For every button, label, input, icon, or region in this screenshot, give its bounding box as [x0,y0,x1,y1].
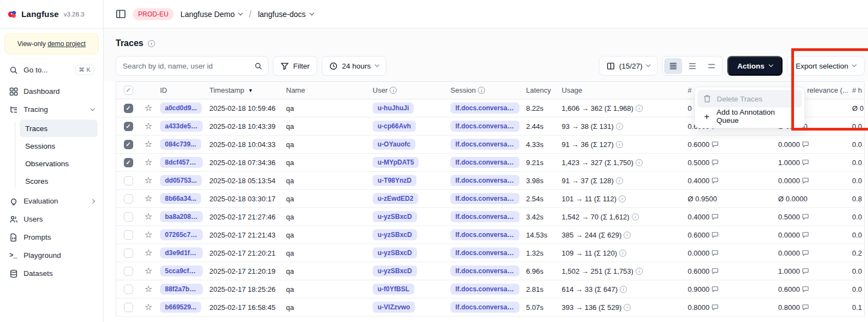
search-icon[interactable] [254,62,262,70]
trace-id-badge[interactable]: a433de51... [160,121,203,132]
sidebar-item-prompts[interactable]: Prompts [5,228,98,246]
user-badge[interactable]: u-f0YfBSL [373,284,414,295]
user-badge[interactable]: u-yzSBxcD [373,265,417,276]
sidebar-item-tracing[interactable]: Tracing [5,100,98,118]
column-header-user[interactable]: User i [369,86,447,94]
trace-id-badge[interactable]: 07265c7a... [160,229,203,240]
bookmark-star-icon[interactable]: ☆ [145,248,152,257]
search-input[interactable] [123,62,254,70]
row-checkbox[interactable]: ✓ [124,248,133,258]
trace-id-badge[interactable]: ba8a208f... [160,211,203,222]
sidebar-item-dashboard[interactable]: Dashboard [5,82,98,100]
user-badge[interactable]: u-MYpDAT5 [373,157,419,168]
column-header-usage[interactable]: Usage [558,86,684,94]
table-row[interactable]: ✓☆8b66a34...2025-02-18 03:30:17qau-zEwdE… [116,190,864,208]
filter-button[interactable]: Filter [273,56,317,76]
trace-id-badge[interactable]: 084c739... [160,139,201,150]
row-height-small-button[interactable] [664,58,682,74]
column-header-timestamp[interactable]: Timestamp ▼ [206,86,283,94]
sidebar-item-goto[interactable]: Go to... ⌘ K [5,61,98,79]
sidebar-item-sessions[interactable]: Sessions [20,137,98,155]
time-range-button[interactable]: 24 hours [322,56,386,76]
session-badge[interactable]: lf.docs.conversation... [450,302,519,313]
column-visibility-button[interactable]: (15/27) [599,56,658,76]
export-selection-button[interactable]: Export selection [787,56,865,76]
user-badge[interactable]: u-zEwdED2 [373,193,418,204]
menu-item-add-to-annotation-queue[interactable]: + Add to Annotation Queue [698,108,802,125]
row-height-medium-button[interactable] [683,58,701,74]
trace-id-badge[interactable]: a0cd0d9... [160,103,202,114]
user-badge[interactable]: u-yzSBxcD [373,247,417,258]
column-header-score3[interactable]: # h [849,86,864,94]
bookmark-star-icon[interactable]: ☆ [145,158,152,167]
table-row[interactable]: ✓☆5cca9cf2...2025-02-17 21:20:19qau-yzSB… [116,262,864,280]
bookmark-star-icon[interactable]: ☆ [145,194,152,203]
column-header-session[interactable]: Session i [447,86,523,94]
table-row[interactable]: ✓☆ba8a208f...2025-02-17 21:27:46qau-yzSB… [116,208,864,226]
bookmark-star-icon[interactable]: ☆ [145,122,152,131]
table-row[interactable]: ✓☆07265c7a...2025-02-17 21:21:43qau-yzSB… [116,226,864,244]
session-badge[interactable]: lf.docs.conversation... [450,229,519,240]
bookmark-star-icon[interactable]: ☆ [145,303,152,312]
user-badge[interactable]: u-huJhuJi [373,103,414,114]
sidebar-toggle-icon[interactable] [116,9,126,19]
project-switcher[interactable]: langfuse-docs [258,10,313,19]
row-checkbox[interactable]: ✓ [124,104,133,113]
bookmark-star-icon[interactable]: ☆ [145,212,152,221]
org-switcher[interactable]: Langfuse Demo [180,10,242,19]
bookmark-star-icon[interactable]: ☆ [145,140,152,149]
session-badge[interactable]: lf.docs.conversation... [450,121,519,132]
sidebar-item-traces[interactable]: Traces [20,120,98,137]
user-badge[interactable]: u-yzSBxcD [373,229,417,240]
row-height-large-button[interactable] [703,58,721,74]
row-checkbox[interactable]: ✓ [124,303,133,312]
table-row[interactable]: ✓☆b669529...2025-02-17 16:58:45qau-VIZzv… [116,298,864,317]
trace-id-badge[interactable]: 8dcf4574... [160,157,203,168]
row-checkbox[interactable]: ✓ [124,285,133,294]
column-header-latency[interactable]: Latency [523,86,558,94]
table-row[interactable]: ✓☆084c739...2025-02-18 10:04:33qau-OYauo… [116,135,864,154]
trace-id-badge[interactable]: 8b66a34... [160,193,201,204]
table-row[interactable]: ✓☆d3e9d1f2...2025-02-17 21:20:21qau-yzSB… [116,244,864,262]
sidebar-item-observations[interactable]: Observations [20,155,98,172]
user-badge[interactable]: u-cp66Avh [373,121,416,132]
session-badge[interactable]: lf.docs.conversation... [450,211,519,222]
row-checkbox[interactable]: ✓ [124,194,133,204]
column-header-id[interactable]: ID [157,86,206,94]
session-badge[interactable]: lf.docs.conversation... [450,175,519,186]
trace-id-badge[interactable]: 5cca9cf2... [160,265,203,276]
session-badge[interactable]: lf.docs.conversation... [450,284,519,295]
user-badge[interactable]: u-T98YnzD [373,175,416,186]
select-all-checkbox[interactable]: ✓ [124,86,133,95]
sidebar-item-evaluation[interactable]: Evaluation [5,192,98,210]
sidebar-item-scores[interactable]: Scores [20,172,98,190]
row-checkbox[interactable]: ✓ [124,158,133,167]
row-checkbox[interactable]: ✓ [124,140,133,149]
bookmark-star-icon[interactable]: ☆ [145,267,152,275]
session-badge[interactable]: lf.docs.conversation... [450,247,519,258]
row-checkbox[interactable]: ✓ [124,176,133,185]
trace-id-badge[interactable]: d3e9d1f2... [160,247,203,258]
user-badge[interactable]: u-OYauofc [373,139,415,150]
user-badge[interactable]: u-VIZzvwo [373,302,415,313]
bookmark-star-icon[interactable]: ☆ [145,176,152,185]
bookmark-star-icon[interactable]: ☆ [145,230,152,239]
trace-id-badge[interactable]: b669529... [160,302,201,313]
session-badge[interactable]: lf.docs.conversation... [450,193,519,204]
session-badge[interactable]: lf.docs.conversation... [450,157,519,168]
row-checkbox[interactable]: ✓ [124,212,133,222]
row-checkbox[interactable]: ✓ [124,230,133,240]
column-header-name[interactable]: Name [283,86,369,94]
sidebar-item-users[interactable]: Users [5,210,98,228]
session-badge[interactable]: lf.docs.conversation... [450,139,519,150]
table-row[interactable]: ✓☆8dcf4574...2025-02-18 07:34:36qau-MYpD… [116,154,864,172]
demo-project-link[interactable]: demo project [48,40,85,48]
row-checkbox[interactable]: ✓ [124,122,133,131]
table-row[interactable]: ✓☆88f2a7b0...2025-02-17 18:25:26qau-f0Yf… [116,280,864,298]
session-badge[interactable]: lf.docs.conversation... [450,265,519,276]
sidebar-item-datasets[interactable]: Datasets [5,264,98,283]
trace-id-badge[interactable]: dd05753... [160,175,202,186]
session-badge[interactable]: lf.docs.conversation... [450,103,519,114]
actions-button[interactable]: Actions [727,56,783,76]
row-checkbox[interactable]: ✓ [124,267,133,276]
